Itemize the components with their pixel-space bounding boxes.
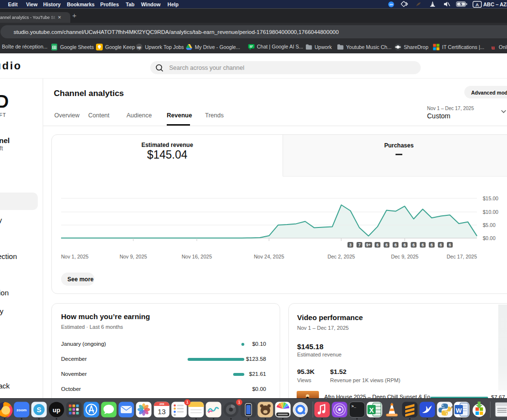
svg-text:6: 6 bbox=[403, 242, 406, 247]
svg-text:9+: 9+ bbox=[366, 242, 371, 247]
svg-text:$15.00: $15.00 bbox=[483, 195, 498, 201]
svg-text:Nov 1, 2025: Nov 1, 2025 bbox=[61, 254, 89, 259]
svg-text:W: W bbox=[456, 407, 462, 414]
svg-text:JAN: JAN bbox=[159, 403, 164, 405]
svg-text:6: 6 bbox=[440, 242, 442, 247]
svg-text:7: 7 bbox=[358, 242, 361, 247]
svg-text:$10.00: $10.00 bbox=[483, 209, 498, 215]
svg-text:Nov 24, 2025: Nov 24, 2025 bbox=[254, 254, 285, 259]
svg-text:S: S bbox=[36, 406, 41, 414]
svg-text:$5.00: $5.00 bbox=[483, 222, 495, 228]
svg-text:13: 13 bbox=[158, 407, 166, 416]
svg-text:6: 6 bbox=[422, 242, 424, 247]
svg-text:Dec 2, 2025: Dec 2, 2025 bbox=[328, 254, 355, 259]
svg-text:up: up bbox=[52, 406, 60, 414]
svg-text:6: 6 bbox=[430, 242, 433, 247]
svg-text:zm: zm bbox=[390, 3, 394, 6]
svg-text:up: up bbox=[137, 46, 141, 49]
svg-text:$0.00: $0.00 bbox=[483, 235, 495, 241]
svg-text:Dec 9, 2025: Dec 9, 2025 bbox=[391, 254, 419, 259]
svg-text:>_: >_ bbox=[351, 404, 356, 408]
svg-text:Dec 17, 2025: Dec 17, 2025 bbox=[447, 254, 477, 259]
svg-text:zoom: zoom bbox=[16, 408, 27, 412]
svg-text:6: 6 bbox=[412, 242, 415, 247]
svg-text:3: 3 bbox=[349, 242, 352, 247]
svg-text:6: 6 bbox=[449, 242, 451, 247]
svg-text:A: A bbox=[475, 2, 479, 7]
svg-text:6: 6 bbox=[385, 242, 388, 247]
svg-text:6: 6 bbox=[376, 242, 379, 247]
svg-text:6: 6 bbox=[395, 242, 397, 247]
svg-text:X: X bbox=[369, 406, 374, 414]
svg-text:Nov 16, 2025: Nov 16, 2025 bbox=[182, 254, 212, 259]
svg-text:u: u bbox=[491, 44, 494, 50]
svg-text:Nov 9, 2025: Nov 9, 2025 bbox=[120, 254, 147, 259]
